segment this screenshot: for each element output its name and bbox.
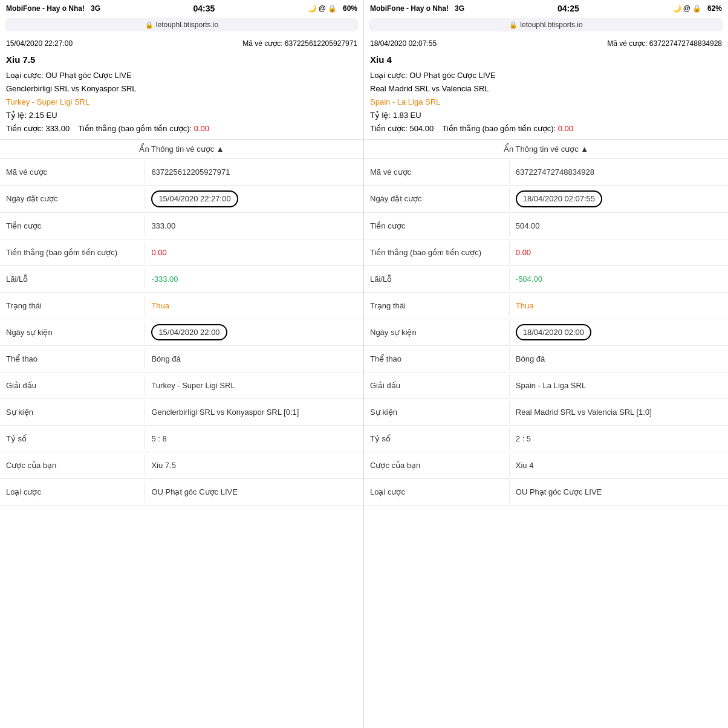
detail-row: Thể thaoBóng đá: [364, 346, 728, 372]
detail-row: Ngày đặt cược18/04/2020 02:07:55: [364, 186, 728, 213]
address-bar[interactable]: 🔒letouphl.btisports.io: [369, 18, 723, 31]
screen-container: MobiFone - Hay o Nha! 3G 04:35 🌙 @ 🔒 60%…: [0, 0, 728, 728]
status-bar: MobiFone - Hay o Nha! 3G 04:35 🌙 @ 🔒 60%: [0, 0, 363, 17]
ticket-summary: 15/04/2020 22:27:00 Mã vé cược: 63722561…: [0, 34, 363, 140]
detail-row: Lãi/Lỗ-333.00: [0, 266, 363, 293]
detail-label-1: Ngày đặt cược: [0, 188, 145, 210]
detail-row: Tiền cược333.00: [0, 213, 363, 239]
detail-label-7: Thể thao: [364, 348, 510, 370]
detail-row: Giải đấuSpain - La Liga SRL: [364, 372, 728, 399]
detail-label-8: Giải đấu: [0, 375, 145, 397]
detail-row: Tiền thắng (bao gồm tiền cược)0.00: [364, 239, 728, 266]
detail-label-2: Tiền cược: [364, 215, 510, 237]
toggle-info-row[interactable]: Ẩn Thông tin vé cược ▲: [0, 140, 363, 159]
panel-right: MobiFone - Hay o Nha! 3G 04:25 🌙 @ 🔒 62%…: [364, 0, 728, 728]
carrier-label: MobiFone - Hay o Nha! 3G: [6, 4, 100, 13]
detail-row: Tiền thắng (bao gồm tiền cược)0.00: [0, 239, 363, 266]
detail-value-12: OU Phạt góc Cược LIVE: [145, 481, 363, 503]
detail-row: Mã vé cược637225612205927971: [0, 159, 363, 186]
detail-label-3: Tiền thắng (bao gồm tiền cược): [0, 242, 145, 264]
detail-value-11: Xiu 4: [510, 455, 728, 476]
status-time: 04:25: [557, 4, 579, 13]
summary-loai-cuoc: Loại cược: OU Phạt góc Cược LIVE: [370, 69, 722, 82]
detail-label-0: Mã vé cược: [0, 161, 145, 183]
detail-label-11: Cược của bạn: [0, 455, 145, 476]
detail-label-1: Ngày đặt cược: [364, 188, 510, 210]
panel-left: MobiFone - Hay o Nha! 3G 04:35 🌙 @ 🔒 60%…: [0, 0, 364, 728]
summary-league: Spain - La Liga SRL: [370, 96, 722, 109]
detail-label-12: Loại cược: [0, 481, 145, 503]
carrier-label: MobiFone - Hay o Nha! 3G: [370, 4, 464, 13]
detail-label-5: Trạng thái: [364, 295, 510, 317]
detail-value-5: Thua: [145, 295, 363, 317]
toggle-label: Ẩn Thông tin vé cược ▲: [139, 145, 224, 154]
detail-row: Ngày sự kiện15/04/2020 22:00: [0, 319, 363, 346]
detail-value-11: Xiu 7.5: [145, 455, 363, 476]
detail-value-12: OU Phạt góc Cược LIVE: [510, 481, 728, 503]
detail-value-6: 15/04/2020 22:00: [145, 319, 363, 346]
summary-tien: Tiền cược: 504.00 Tiền thắng (bao gồm ti…: [370, 122, 722, 135]
detail-value-4: -333.00: [145, 268, 363, 290]
detail-value-3: 0.00: [145, 242, 363, 264]
detail-row: Giải đấuTurkey - Super Ligi SRL: [0, 372, 363, 399]
detail-label-7: Thể thao: [0, 348, 145, 370]
detail-value-7: Bóng đá: [510, 348, 728, 370]
status-bar: MobiFone - Hay o Nha! 3G 04:25 🌙 @ 🔒 62%: [364, 0, 728, 17]
summary-tien: Tiền cược: 333.00 Tiền thắng (bao gồm ti…: [6, 122, 357, 135]
detail-value-9: Real Madrid SRL vs Valencia SRL [1:0]: [510, 401, 728, 423]
address-text: letouphl.btisports.io: [520, 21, 582, 29]
detail-label-10: Tỷ số: [0, 428, 145, 450]
summary-bet-type: Xiu 4: [370, 52, 722, 68]
toggle-info-row[interactable]: Ẩn Thông tin vé cược ▲: [364, 140, 728, 159]
detail-row: Thể thaoBóng đá: [0, 346, 363, 372]
toggle-label: Ẩn Thông tin vé cược ▲: [504, 145, 588, 154]
detail-row: Trạng tháiThua: [0, 293, 363, 319]
detail-row: Sự kiệnReal Madrid SRL vs Valencia SRL […: [364, 399, 728, 426]
detail-row: Ngày đặt cược15/04/2020 22:27:00: [0, 186, 363, 213]
detail-value-8: Turkey - Super Ligi SRL: [145, 375, 363, 397]
summary-ty-le: Tỷ lệ: 2.15 EU: [6, 109, 357, 122]
detail-value-10: 5 : 8: [145, 428, 363, 450]
summary-ma-ve-cuoc: Mã vé cược: 637227472748834928: [607, 37, 722, 50]
detail-value-5: Thua: [510, 295, 728, 317]
summary-tien-thang-val: 0.00: [558, 124, 573, 133]
summary-match: Genclerbirligi SRL vs Konyaspor SRL: [6, 82, 357, 96]
detail-row: Sự kiệnGenclerbirligi SRL vs Konyaspor S…: [0, 399, 363, 426]
ticket-summary: 18/04/2020 02:07:55 Mã vé cược: 63722747…: [364, 34, 728, 140]
detail-label-6: Ngày sự kiện: [0, 322, 145, 343]
summary-datetime: 15/04/2020 22:27:00: [6, 37, 73, 50]
detail-value-10: 2 : 5: [510, 428, 728, 450]
detail-value-0: 637225612205927971: [145, 161, 363, 183]
detail-value-2: 333.00: [145, 215, 363, 237]
detail-label-4: Lãi/Lỗ: [0, 268, 145, 290]
battery-label: 🌙 @ 🔒 62%: [672, 4, 722, 13]
detail-value-7: Bóng đá: [145, 348, 363, 370]
detail-row: Tỷ số5 : 8: [0, 426, 363, 452]
summary-bet-type: Xiu 7.5: [6, 52, 357, 68]
detail-value-3: 0.00: [510, 242, 728, 264]
detail-row: Loại cượcOU Phạt góc Cược LIVE: [0, 479, 363, 505]
battery-label: 🌙 @ 🔒 60%: [308, 4, 357, 13]
detail-value-9: Genclerbirligi SRL vs Konyaspor SRL [0:1…: [145, 401, 363, 423]
summary-league: Turkey - Super Ligi SRL: [6, 96, 357, 109]
detail-label-11: Cược của bạn: [364, 455, 510, 476]
detail-value-4: -504.00: [510, 268, 728, 290]
detail-label-9: Sự kiện: [0, 401, 145, 423]
summary-match: Real Madrid SRL vs Valencia SRL: [370, 82, 722, 96]
detail-row: Lãi/Lỗ-504.00: [364, 266, 728, 293]
detail-value-1: 18/04/2020 02:07:55: [510, 186, 728, 212]
detail-value-8: Spain - La Liga SRL: [510, 375, 728, 397]
status-time: 04:35: [193, 4, 215, 13]
address-bar[interactable]: 🔒letouphl.btisports.io: [5, 18, 359, 31]
summary-loai-cuoc: Loại cược: OU Phạt góc Cược LIVE: [6, 69, 357, 82]
detail-label-2: Tiền cược: [0, 215, 145, 237]
detail-row: Trạng tháiThua: [364, 293, 728, 319]
detail-label-3: Tiền thắng (bao gồm tiền cược): [364, 242, 510, 264]
summary-datetime: 18/04/2020 02:07:55: [370, 37, 437, 50]
detail-value-1: 15/04/2020 22:27:00: [145, 186, 363, 212]
detail-table: Mã vé cược637225612205927971Ngày đặt cượ…: [0, 159, 363, 728]
summary-tien-thang-val: 0.00: [194, 124, 209, 133]
detail-value-0: 637227472748834928: [510, 161, 728, 183]
detail-label-5: Trạng thái: [0, 295, 145, 317]
address-text: letouphl.btisports.io: [156, 21, 218, 29]
